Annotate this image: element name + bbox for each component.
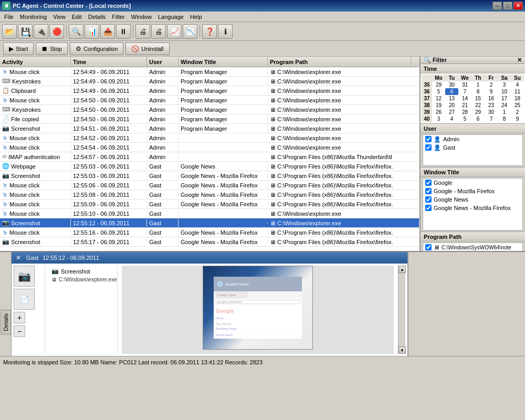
stop-button[interactable]: ⏹ Stop: [36, 43, 68, 55]
col-header-window[interactable]: Window Title: [178, 57, 268, 67]
tb-pause-button[interactable]: ⏸: [116, 24, 131, 39]
cal-day[interactable]: 6: [445, 88, 458, 95]
window-checkbox[interactable]: [425, 196, 432, 203]
cal-day[interactable]: 12: [432, 95, 445, 102]
table-row[interactable]: 🖱 Mouse click 12:55:10 - 06.09.2011 Gast…: [0, 209, 419, 218]
table-row[interactable]: 🖱 Mouse click 12:54:52 - 06.09.2011 Admi…: [0, 133, 419, 143]
cal-day[interactable]: 7: [485, 116, 498, 122]
menu-language[interactable]: Language: [155, 13, 187, 21]
cal-day[interactable]: 8: [498, 116, 511, 122]
window-checkbox[interactable]: [425, 180, 432, 186]
table-row[interactable]: ⌨ Keystrokes 12:54:50 - 06.09.2011 Admin…: [0, 105, 419, 114]
preview-scroll-down[interactable]: ▼: [398, 346, 406, 354]
tb-print2-button[interactable]: 🖨: [151, 24, 166, 39]
cal-day[interactable]: 1: [471, 81, 485, 88]
window-checkbox[interactable]: [425, 188, 432, 194]
menu-help[interactable]: Help: [187, 13, 205, 21]
table-row[interactable]: 📋 Clipboard 12:54:49 - 06.09.2011 Admin …: [0, 86, 419, 96]
detail-close-x[interactable]: ✕: [15, 254, 22, 261]
filter-close-icon[interactable]: ✕: [517, 57, 522, 64]
close-button[interactable]: ✕: [513, 2, 523, 10]
table-row[interactable]: 📷 Screenshot 12:55:03 - 06.09.2011 Gast …: [0, 171, 419, 181]
minimize-button[interactable]: ─: [492, 2, 502, 10]
table-row[interactable]: ⌨ Keystrokes 12:54:49 - 06.09.2011 Admin…: [0, 77, 419, 86]
tb-chart2-button[interactable]: 📉: [183, 24, 197, 39]
cal-day[interactable]: 29: [432, 81, 445, 88]
cal-day[interactable]: 30: [485, 109, 498, 116]
tb-save-button[interactable]: 💾 ▼: [18, 24, 33, 39]
table-row[interactable]: 🖱 Mouse click 12:55:16 - 06.09.2011 Gast…: [0, 228, 419, 237]
cal-day[interactable]: 21: [458, 102, 471, 109]
cal-day[interactable]: 9: [485, 88, 498, 95]
tb-filter-button[interactable]: 🔍: [69, 24, 83, 39]
user-filter-item[interactable]: 👤Admin: [423, 135, 522, 143]
cal-day[interactable]: 3: [498, 81, 511, 88]
col-header-time[interactable]: Time: [71, 57, 147, 67]
details-tab-label[interactable]: Details: [1, 310, 11, 335]
cal-day[interactable]: 14: [458, 95, 471, 102]
table-row[interactable]: 🖱 Mouse click 12:54:54 - 06.09.2011 Admi…: [0, 143, 419, 152]
menu-edit[interactable]: Edit: [69, 13, 85, 21]
menu-monitoring[interactable]: Monitoring: [17, 13, 50, 21]
cal-day[interactable]: 28: [458, 109, 471, 116]
cal-day[interactable]: 2: [511, 109, 524, 116]
cal-day[interactable]: 7: [458, 88, 471, 95]
col-header-program[interactable]: Program Path: [268, 57, 411, 67]
cal-day[interactable]: 30: [445, 81, 458, 88]
cal-day[interactable]: 31: [458, 81, 471, 88]
table-row[interactable]: 🖱 Mouse click 12:54:49 - 06.09.2011 Admi…: [0, 67, 419, 77]
table-row[interactable]: ✉ IMAP authentication 12:54:57 - 06.09.2…: [0, 152, 419, 162]
cal-day[interactable]: 15: [471, 95, 485, 102]
col-header-activity[interactable]: Activity: [0, 57, 71, 67]
menu-window[interactable]: Window: [128, 13, 155, 21]
tb-print-button[interactable]: 🖨: [135, 24, 150, 39]
cal-day[interactable]: 5: [432, 88, 445, 95]
col-header-user[interactable]: User: [147, 57, 178, 67]
program-filter-item[interactable]: 🖥C:\Windows\SysWOW64\note: [423, 243, 522, 251]
cal-day[interactable]: 4: [511, 81, 524, 88]
window-filter-item[interactable]: Google - Mozilla Firefox: [423, 187, 522, 195]
preview-scrollbar[interactable]: ▲ ▼: [398, 266, 405, 354]
cal-day[interactable]: 27: [445, 109, 458, 116]
screenshot-thumbnail-icon[interactable]: 📷: [14, 266, 35, 287]
table-row[interactable]: 📷 Screenshot 12:55:12 - 06.09.2011 Gast …: [0, 218, 419, 228]
tb-filter2-button[interactable]: 📊: [85, 24, 99, 39]
cal-day[interactable]: 25: [511, 102, 524, 109]
tb-chart-button[interactable]: 📈: [167, 24, 182, 39]
table-row[interactable]: 🖱 Mouse click 12:55:06 - 06.09.2011 Gast…: [0, 181, 419, 190]
user-checkbox[interactable]: [425, 136, 432, 142]
cal-day[interactable]: 18: [511, 95, 524, 102]
cal-day[interactable]: 19: [432, 102, 445, 109]
table-row[interactable]: 📷 Screenshot 12:55:17 - 06.09.2011 Gast …: [0, 237, 419, 247]
window-filter-item[interactable]: Google News - Mozilla Firefox: [423, 204, 522, 212]
cal-day[interactable]: 8: [471, 88, 485, 95]
uninstall-button[interactable]: 🚫 Uninstall: [125, 43, 169, 55]
menu-details[interactable]: Details: [85, 13, 109, 21]
table-row[interactable]: 🖱 Mouse click 12:54:50 - 06.09.2011 Admi…: [0, 96, 419, 105]
cal-day[interactable]: 10: [498, 88, 511, 95]
tb-stop-button[interactable]: 🔴: [49, 24, 64, 39]
cal-day[interactable]: 1: [498, 109, 511, 116]
cal-day[interactable]: 11: [511, 88, 524, 95]
cal-day[interactable]: 24: [498, 102, 511, 109]
cal-day[interactable]: 26: [432, 109, 445, 116]
preview-scroll-up[interactable]: ▲: [398, 266, 406, 273]
activity-table[interactable]: 🖱 Mouse click 12:54:49 - 06.09.2011 Admi…: [0, 67, 419, 251]
cal-day[interactable]: 4: [445, 116, 458, 122]
configuration-button[interactable]: ⚙ Configuration: [70, 43, 123, 55]
menu-view[interactable]: View: [50, 13, 69, 21]
tb-info-button[interactable]: ℹ: [218, 24, 233, 39]
table-row[interactable]: 🖱 Mouse click 12:55:08 - 06.09.2011 Gast…: [0, 190, 419, 200]
cal-day[interactable]: 2: [485, 81, 498, 88]
window-filter-item[interactable]: Google News: [423, 195, 522, 204]
zoom-in-button[interactable]: +: [14, 312, 25, 323]
cal-day[interactable]: 23: [485, 102, 498, 109]
tb-export-button[interactable]: 📤: [100, 24, 115, 39]
menu-file[interactable]: File: [1, 13, 17, 21]
table-row[interactable]: 📄 File copied 12:54:50 - 06.09.2011 Admi…: [0, 114, 419, 124]
cal-day[interactable]: 3: [432, 116, 445, 122]
cal-day[interactable]: 20: [445, 102, 458, 109]
window-filter-item[interactable]: Google: [423, 178, 522, 187]
cal-day[interactable]: 29: [471, 109, 485, 116]
program-checkbox[interactable]: [425, 244, 432, 250]
